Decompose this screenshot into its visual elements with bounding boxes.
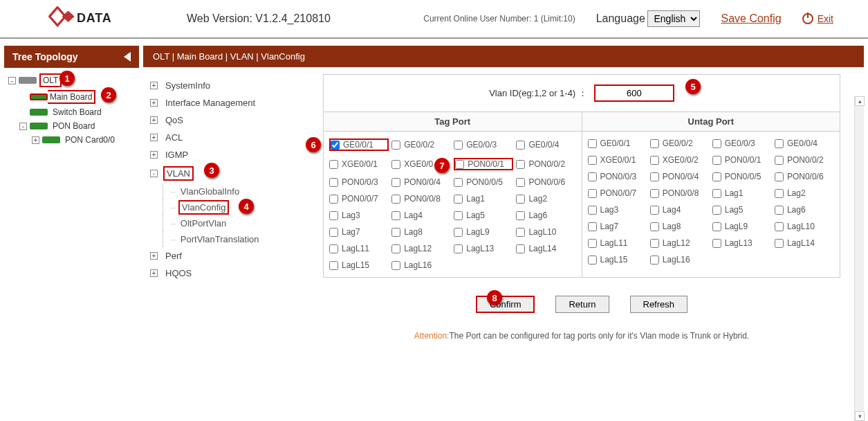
port-checkbox[interactable] [331,141,340,150]
untag-port-LagL10[interactable]: LagL10 [775,222,834,231]
expand-icon[interactable]: - [8,77,16,84]
untag-port-LagL11[interactable]: LagL11 [588,238,647,248]
port-checkbox[interactable] [516,211,525,220]
port-checkbox[interactable] [588,139,597,148]
untag-port-XGE0/0/2[interactable]: XGE0/0/2 [650,155,710,165]
tag-port-Lag5[interactable]: Lag5 [454,210,513,220]
tag-port-Lag1[interactable]: Lag1 [454,194,513,204]
tree-node-olt[interactable]: - OLT 1 [8,72,139,89]
port-checkbox[interactable] [516,244,525,253]
port-checkbox[interactable] [454,195,463,204]
tag-port-LagL13[interactable]: LagL13 [454,244,513,253]
scrollbar[interactable]: ▴ ▾ [854,96,864,421]
port-checkbox[interactable] [391,141,400,150]
port-checkbox[interactable] [712,239,721,248]
untag-port-PON0/0/4[interactable]: PON0/0/4 [650,172,710,181]
port-checkbox[interactable] [650,239,659,248]
tag-port-LagL11[interactable]: LagL11 [329,244,389,253]
tag-port-Lag2[interactable]: Lag2 [516,194,575,204]
port-checkbox[interactable] [650,222,659,231]
expand-icon[interactable]: + [32,136,39,144]
scroll-up-icon[interactable]: ▴ [855,96,865,106]
port-checkbox[interactable] [454,178,463,187]
tag-port-LagL14[interactable]: LagL14 [516,244,575,253]
untag-port-Lag2[interactable]: Lag2 [775,188,834,198]
untag-port-PON0/0/1[interactable]: PON0/0/1 [712,155,772,165]
refresh-button[interactable]: Refresh [630,296,688,313]
port-checkbox[interactable] [588,189,597,198]
tree-header[interactable]: Tree Topology [4,46,139,68]
untag-port-Lag4[interactable]: Lag4 [650,205,710,215]
menu-hqos[interactable]: +HQOS [150,265,316,282]
port-checkbox[interactable] [454,244,463,253]
untag-port-GE0/0/3[interactable]: GE0/0/3 [712,138,772,148]
untag-port-Lag3[interactable]: Lag3 [588,205,647,215]
untag-port-PON0/0/3[interactable]: PON0/0/3 [588,172,647,181]
port-checkbox[interactable] [588,172,597,181]
port-checkbox[interactable] [650,256,659,265]
untag-port-Lag8[interactable]: Lag8 [650,222,710,231]
untag-port-LagL15[interactable]: LagL15 [588,255,647,265]
untag-port-LagL9[interactable]: LagL9 [712,222,772,231]
port-checkbox[interactable] [516,160,525,169]
tag-port-PON0/0/6[interactable]: PON0/0/6 [516,177,575,187]
tag-port-GE0/0/3[interactable]: GE0/0/3 [454,138,513,151]
tag-port-GE0/0/2[interactable]: GE0/0/2 [391,138,451,151]
port-checkbox[interactable] [775,222,784,231]
untag-port-LagL12[interactable]: LagL12 [650,238,710,248]
untag-port-PON0/0/2[interactable]: PON0/0/2 [775,155,834,165]
port-checkbox[interactable] [391,178,400,187]
port-checkbox[interactable] [712,139,721,148]
menu-vlan-config[interactable]: ·· VlanConfig 4 [171,199,316,215]
tag-port-LagL10[interactable]: LagL10 [516,227,575,237]
port-checkbox[interactable] [454,228,463,237]
tag-port-PON0/0/8[interactable]: PON0/0/8 [391,194,451,204]
port-checkbox[interactable] [775,156,784,165]
tag-port-LagL15[interactable]: LagL15 [329,260,389,270]
untag-port-Lag7[interactable]: Lag7 [588,222,647,231]
port-checkbox[interactable] [775,189,784,198]
tag-port-GE0/0/4[interactable]: GE0/0/4 [516,138,575,151]
untag-port-PON0/0/5[interactable]: PON0/0/5 [712,172,772,181]
tag-port-GE0/0/1[interactable]: GE0/0/1 [329,138,389,151]
port-checkbox[interactable] [775,139,784,148]
port-checkbox[interactable] [650,206,659,215]
tag-port-XGE0/0/1[interactable]: XGE0/0/1 [329,158,389,170]
menu-perf[interactable]: +Perf [150,247,316,265]
port-checkbox[interactable] [516,195,525,204]
untag-port-GE0/0/2[interactable]: GE0/0/2 [650,138,710,148]
menu-systeminfo[interactable]: +SystemInfo [150,77,316,94]
port-checkbox[interactable] [329,261,338,270]
tag-port-Lag6[interactable]: Lag6 [516,210,575,220]
port-checkbox[interactable] [588,256,597,265]
port-checkbox[interactable] [516,141,525,150]
port-checkbox[interactable] [329,160,338,169]
untag-port-XGE0/0/1[interactable]: XGE0/0/1 [588,155,647,165]
untag-port-Lag1[interactable]: Lag1 [712,188,772,198]
port-checkbox[interactable] [775,206,784,215]
tree-node-switch-board[interactable]: Switch Board [19,105,139,119]
port-checkbox[interactable] [329,178,338,187]
save-config-link[interactable]: Save Config [721,12,781,25]
tag-port-PON0/0/5[interactable]: PON0/0/5 [454,177,513,187]
tag-port-LagL16[interactable]: LagL16 [391,260,451,270]
port-checkbox[interactable] [712,206,721,215]
tag-port-PON0/0/4[interactable]: PON0/0/4 [391,177,451,187]
port-checkbox[interactable] [329,228,338,237]
port-checkbox[interactable] [454,141,463,150]
port-checkbox[interactable] [712,172,721,181]
port-checkbox[interactable] [712,189,721,198]
untag-port-PON0/0/7[interactable]: PON0/0/7 [588,188,647,198]
tag-port-Lag7[interactable]: Lag7 [329,227,389,237]
tag-port-PON0/0/3[interactable]: PON0/0/3 [329,177,389,187]
tag-port-Lag3[interactable]: Lag3 [329,210,389,220]
port-checkbox[interactable] [516,178,525,187]
port-checkbox[interactable] [391,244,400,253]
port-checkbox[interactable] [391,160,400,169]
exit-link[interactable]: Exit [818,13,833,24]
tag-port-LagL12[interactable]: LagL12 [391,244,451,253]
port-checkbox[interactable] [712,222,721,231]
port-checkbox[interactable] [391,195,400,204]
untag-port-GE0/0/4[interactable]: GE0/0/4 [775,138,834,148]
expand-icon[interactable]: - [19,123,27,130]
